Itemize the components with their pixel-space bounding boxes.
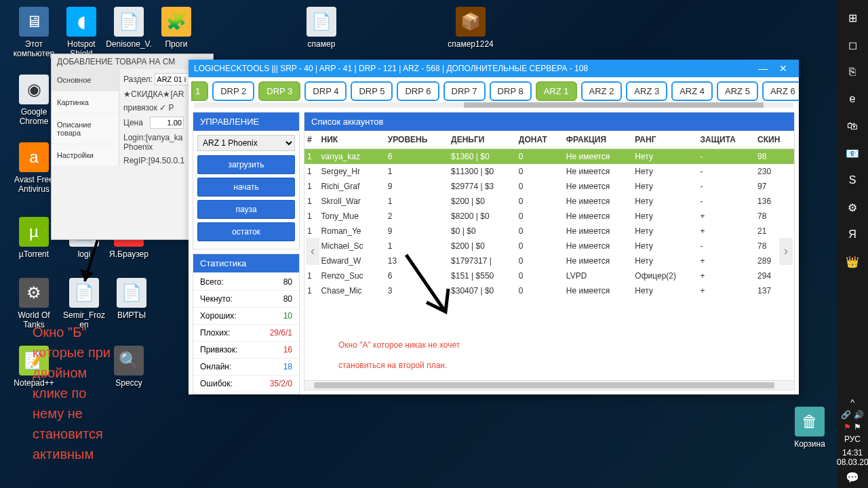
sidebar-app-icon[interactable]: S — [842, 169, 863, 191]
server-select[interactable]: ARZ 1 Phoenix — [197, 135, 295, 151]
tab-arz-2[interactable]: ARZ 2 — [581, 81, 623, 101]
sidebar-app-icon[interactable]: 👑 — [842, 251, 863, 272]
start-button[interactable]: начать — [197, 178, 295, 197]
stat-row: Хороших:10 — [193, 308, 299, 325]
titlebar[interactable]: LOGICHECKTOOLS ||| SRP - 40 | ARP - 41 |… — [189, 60, 799, 77]
table-row[interactable]: 1Edward_W13$1797317 |0Не имеетсяНету+289 — [304, 253, 794, 268]
sidebar-app-icon[interactable]: ⎘ — [842, 61, 863, 83]
desktop-icon[interactable]: 🧩Проги — [153, 7, 199, 49]
server-tabs: 1DRP 2DRP 3DRP 4DRP 5DRP 6DRP 7DRP 8ARZ … — [189, 77, 799, 101]
system-tray[interactable]: ^ 🔗 🔊 ⚑ ⚑ РУС 14:31 08.03.2018 💬 — [837, 394, 868, 488]
section-label: Раздел: — [123, 75, 153, 84]
accounts-panel: Список аккаунтов #НИКУРОВЕНЬДЕНЬГИДОНАТФ… — [304, 112, 795, 390]
tray-time[interactable]: 14:31 — [837, 448, 868, 458]
tabs-scrollbar[interactable] — [194, 102, 793, 108]
desktop-icon[interactable]: 📄ВИРТЫ — [108, 278, 155, 320]
sidebar-app-icon[interactable]: e — [842, 88, 863, 110]
tray-date: 08.03.2018 — [837, 458, 868, 467]
tab-drp-5[interactable]: DRP 5 — [351, 81, 393, 101]
stat-row: Плохих:29/6/1 — [193, 325, 299, 342]
accounts-header: Список аккаунтов — [304, 113, 794, 131]
table-row[interactable]: 1Renzo_Suc6$151 | $5500LVPDОфицер(2)+294 — [304, 268, 794, 283]
nav-item-main[interactable]: Основное — [52, 69, 119, 92]
price-label: Цена — [123, 118, 143, 127]
accounts-table[interactable]: #НИКУРОВЕНЬДЕНЬГИДОНАТФРАКЦИЯРАНГЗАЩИТАС… — [304, 131, 794, 298]
desktop-icon[interactable]: 🗑Корзина — [787, 407, 833, 449]
nav-item-settings[interactable]: Настройки — [52, 144, 119, 167]
col-header[interactable]: ДЕНЬГИ — [448, 131, 516, 149]
price-input[interactable] — [150, 117, 184, 129]
col-header[interactable]: СКИН — [755, 131, 794, 149]
remain-button[interactable]: остаток — [197, 222, 295, 241]
stat-row: Онлайн:18 — [193, 359, 299, 375]
stat-row: Ошибок:35/2/0 — [193, 375, 299, 392]
tab-arz-5[interactable]: ARZ 5 — [717, 81, 758, 101]
control-header: УПРАВЛЕНИЕ — [193, 113, 299, 131]
stat-row: Чекнуто:80 — [193, 291, 299, 308]
desktop-icon[interactable]: 🖥Этот компьютер — [11, 7, 57, 59]
pause-button[interactable]: пауза — [197, 200, 295, 219]
close-button[interactable]: ✕ — [773, 63, 793, 74]
table-row[interactable]: 1Skroll_War1$200 | $00Не имеетсяНету-136 — [304, 194, 794, 209]
table-h-scrollbar[interactable] — [304, 380, 794, 390]
table-row[interactable]: 1Tony_Mue2$8200 | $00Не имеетсяНету+78 — [304, 209, 794, 224]
table-next-icon[interactable]: › — [779, 238, 793, 265]
notifications-icon[interactable]: 💬 — [837, 471, 868, 484]
sidebar-app-icon[interactable]: ⚙ — [842, 197, 863, 218]
desktop-icon[interactable]: 📄спамер — [298, 7, 344, 49]
col-header[interactable]: ЗАЩИТА — [698, 131, 755, 149]
tab-drp-6[interactable]: DRP 6 — [397, 81, 439, 101]
tab-drp-4[interactable]: DRP 4 — [304, 81, 347, 101]
table-prev-icon[interactable]: ‹ — [306, 238, 319, 265]
tab-1[interactable]: 1 — [191, 81, 208, 101]
desktop-icon[interactable]: 📄Denisone_V... — [106, 7, 152, 59]
table-row[interactable]: 1Richi_Graf9$29774 | $30Не имеетсяНету-9… — [304, 179, 794, 194]
annotation-b: Окно "Б" которые при двойном клике по не… — [33, 322, 111, 464]
desktop-icon[interactable]: ◉Google Chrome — [11, 75, 57, 127]
tab-drp-7[interactable]: DRP 7 — [443, 81, 486, 101]
sidebar-app-icon[interactable]: 🛍 — [842, 115, 863, 137]
sidebar-app-icon[interactable]: ◻ — [842, 34, 863, 56]
col-header[interactable]: НИК — [319, 131, 385, 149]
desktop-icon[interactable]: 📦спамер1224 — [448, 7, 494, 49]
col-header[interactable]: ДОНАТ — [516, 131, 564, 149]
sidebar-app-icon[interactable]: 📧 — [842, 142, 863, 164]
stat-row: Всего:80 — [193, 274, 299, 291]
desktop-icon[interactable]: 🔍Speccy — [106, 346, 152, 388]
window-b-sidenav: Основное Картинка Описание товара Настро… — [52, 69, 119, 167]
minimize-button[interactable]: — — [753, 63, 773, 74]
tray-lang[interactable]: РУС — [837, 434, 868, 444]
stats-panel: Статистика Всего:80Чекнуто:80Хороших:10П… — [193, 253, 300, 394]
col-header[interactable]: РАНГ — [632, 131, 697, 149]
sidebar-app-icon[interactable]: ⊞ — [842, 7, 863, 28]
tab-arz-3[interactable]: ARZ 3 — [626, 81, 667, 101]
tab-drp-8[interactable]: DRP 8 — [490, 81, 532, 101]
tab-drp-2[interactable]: DRP 2 — [212, 81, 254, 101]
nav-item-image[interactable]: Картинка — [52, 92, 119, 114]
annotation-a: Окно "А" которое никак не хочет становит… — [338, 333, 460, 373]
table-row[interactable]: 1Sergey_Hr1$11300 | $00Не имеетсяНету-23… — [304, 164, 794, 179]
table-row[interactable]: 1vanya_kaz6$1360 | $00Не имеетсяНету-98 — [304, 149, 794, 165]
nav-item-desc[interactable]: Описание товара — [52, 114, 119, 144]
load-button[interactable]: загрузить — [197, 155, 295, 174]
desktop-icon[interactable]: µµTorrent — [11, 217, 57, 259]
tab-arz-1[interactable]: ARZ 1 — [536, 81, 577, 101]
sidebar-app-icon[interactable]: Я — [842, 224, 863, 245]
col-header[interactable]: # — [304, 131, 319, 149]
table-row[interactable]: 1Chase_Mic3$30407 | $00Не имеетсяНету+13… — [304, 283, 794, 298]
stat-row: Привязок:16 — [193, 342, 299, 359]
tab-arz-6[interactable]: ARZ 6 — [762, 81, 799, 101]
control-panel: УПРАВЛЕНИЕ ARZ 1 Phoenix загрузить начат… — [193, 112, 300, 249]
desktop-icon[interactable]: ◖Hotspot Shield — [58, 7, 104, 59]
window-logichecktools[interactable]: LOGICHECKTOOLS ||| SRP - 40 | ARP - 41 |… — [189, 60, 799, 394]
table-row[interactable]: 1Roman_Ye9$0 | $00Не имеетсяНету+21 — [304, 224, 794, 239]
desktop-icon[interactable]: aAvast Free Antivirus — [11, 142, 57, 195]
tab-arz-4[interactable]: ARZ 4 — [671, 81, 713, 101]
stats-header: Статистика — [193, 254, 299, 272]
table-row[interactable]: 1Michael_Sc1$200 | $00Не имеетсяНету-78 — [304, 239, 794, 253]
window-a-title: LOGICHECKTOOLS ||| SRP - 40 | ARP - 41 |… — [194, 64, 753, 73]
col-header[interactable]: ФРАКЦИЯ — [564, 131, 633, 149]
col-header[interactable]: УРОВЕНЬ — [385, 131, 448, 149]
tab-drp-3[interactable]: DRP 3 — [258, 81, 300, 101]
